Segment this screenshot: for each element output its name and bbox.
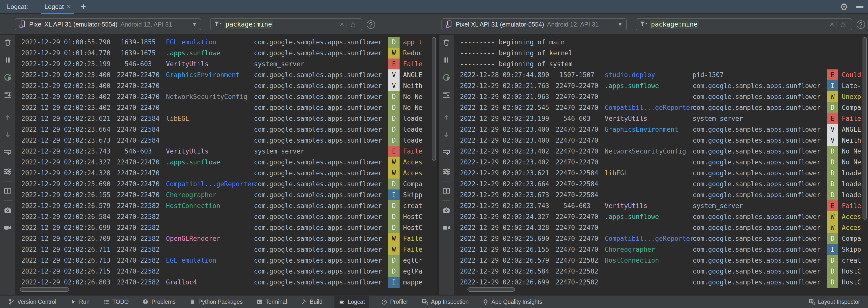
- log-row[interactable]: 2022-12-29 02:02:26.15522470-22470Choreo…: [16, 190, 437, 200]
- log-row[interactable]: 2022-12-29 02:02:23.40022470-22470Graphi…: [455, 124, 868, 135]
- log-row[interactable]: 2022-12-29 02:02:23.66422470-22584com.go…: [455, 178, 868, 190]
- statusbar-item-logcat[interactable]: Logcat: [334, 296, 369, 308]
- log-row[interactable]: 2022-12-29 01:00:55.7901639-1855EGL_emul…: [16, 37, 437, 48]
- log-view[interactable]: --------- beginning of main--------- beg…: [455, 35, 868, 295]
- log-row[interactable]: 2022-12-29 02:02:21.96322470-22470com.go…: [455, 91, 868, 102]
- log-row[interactable]: 2022-12-29 02:02:23.743546-603VerityUtil…: [16, 146, 437, 157]
- horizontal-scrollbar[interactable]: [20, 287, 69, 291]
- log-row[interactable]: 2022-12-29 02:02:23.40222470-22470com.go…: [16, 102, 437, 113]
- log-row[interactable]: 2022-12-29 02:02:23.62122470-22584libEGL…: [16, 113, 437, 124]
- scroll-to-end-icon[interactable]: [442, 90, 451, 99]
- tab-logcat[interactable]: Logcat ×: [41, 0, 74, 13]
- statusbar-item-app-quality-insights[interactable]: App Quality Insights: [480, 296, 544, 308]
- statusbar-item-terminal[interactable]: Terminal: [255, 296, 288, 308]
- add-tab-icon[interactable]: +: [81, 2, 86, 11]
- favorite-filter-icon[interactable]: ☆: [837, 20, 849, 29]
- statusbar-item-layout-inspector[interactable]: Layout Inspector: [807, 296, 862, 308]
- log-row[interactable]: 2022-12-29 02:02:23.40022470-22470com.go…: [16, 80, 437, 91]
- log-row[interactable]: 2022-12-29 02:02:26.71522470-22582com.go…: [16, 266, 437, 277]
- restart-logcat-icon[interactable]: [3, 73, 12, 82]
- log-row[interactable]: 2022-12-29 02:02:23.40222470-22470com.go…: [455, 157, 868, 168]
- log-row[interactable]: 2022-12-29 02:02:23.67322470-22584com.go…: [16, 135, 437, 146]
- statusbar-item-python-packages[interactable]: Python Packages: [188, 296, 244, 308]
- filter-input-2[interactable]: package:mine × ☆: [636, 18, 852, 30]
- previous-occurrence-icon[interactable]: [442, 113, 451, 122]
- clear-logcat-icon[interactable]: [3, 38, 12, 47]
- split-panels-icon[interactable]: [442, 187, 451, 195]
- log-row[interactable]: 2022-12-29 02:02:26.69922470-22582com.go…: [455, 277, 868, 288]
- filter-input[interactable]: package:mine × ☆: [210, 18, 362, 30]
- statusbar-item-version-control[interactable]: Version Control: [6, 296, 58, 308]
- configure-logcat-icon[interactable]: [3, 167, 12, 176]
- device-selector[interactable]: Pixel XL API 31 (emulator-5554) Android …: [15, 18, 201, 30]
- log-row[interactable]: 2022-12-29 02:02:24.32822470-22470com.go…: [16, 168, 437, 178]
- log-row[interactable]: 2022-12-29 02:02:26.58422470-22582com.go…: [455, 266, 868, 277]
- soft-wrap-icon[interactable]: [442, 148, 451, 157]
- log-row[interactable]: 2022-12-29 02:02:26.15522470-22470Choreo…: [455, 244, 868, 255]
- tab-close-icon[interactable]: ×: [67, 3, 71, 10]
- log-row[interactable]: 2022-12-29 02:02:23.40022470-22470Graphi…: [16, 69, 437, 80]
- pause-logcat-icon[interactable]: [3, 56, 12, 64]
- next-occurrence-icon[interactable]: [442, 131, 451, 139]
- log-row[interactable]: 2022-12-29 02:02:26.58422470-22582com.go…: [16, 211, 437, 222]
- log-row[interactable]: 2022-12-29 02:02:24.32822470-22470com.go…: [455, 222, 868, 233]
- previous-occurrence-icon[interactable]: [3, 113, 12, 122]
- device-selector-2[interactable]: Pixel XL API 31 (emulator-5554) Android …: [441, 18, 627, 30]
- next-occurrence-icon[interactable]: [3, 131, 12, 139]
- log-view[interactable]: 2022-12-29 01:00:55.7901639-1855EGL_emul…: [16, 35, 437, 295]
- scroll-to-end-icon[interactable]: [3, 90, 12, 99]
- gear-icon[interactable]: ⚙: [840, 1, 848, 12]
- log-row[interactable]: 2022-12-29 02:02:26.80322470-22582Grallo…: [16, 277, 437, 288]
- log-row[interactable]: 2022-12-29 02:02:22.54522470-22470Compat…: [455, 102, 868, 113]
- statusbar-item-build[interactable]: Build: [299, 296, 324, 308]
- log-row[interactable]: 2022-12-28 09:27:44.8901507-1507studio.d…: [455, 69, 868, 80]
- clear-logcat-icon[interactable]: [442, 38, 451, 47]
- vertical-scrollbar[interactable]: [863, 37, 867, 220]
- soft-wrap-icon[interactable]: [3, 148, 12, 157]
- log-row[interactable]: 2022-12-29 02:02:25.69022470-22470Compat…: [16, 178, 437, 190]
- statusbar-item-run[interactable]: Run: [68, 296, 91, 308]
- help-icon[interactable]: ?: [367, 20, 375, 29]
- log-row[interactable]: 2022-12-29 02:02:23.62122470-22584libEGL…: [455, 168, 868, 178]
- log-row[interactable]: 2022-12-29 02:02:23.66422470-22584com.go…: [16, 124, 437, 135]
- log-row[interactable]: 2022-12-29 02:02:23.199546-603VerityUtil…: [16, 58, 437, 69]
- statusbar-item-app-inspection[interactable]: App Inspection: [420, 296, 470, 308]
- clear-filter-icon[interactable]: ×: [827, 20, 837, 29]
- clear-filter-icon[interactable]: ×: [337, 20, 347, 29]
- log-row[interactable]: 2022-12-29 02:02:23.743546-603VerityUtil…: [455, 200, 868, 211]
- restart-logcat-icon[interactable]: [442, 73, 451, 82]
- log-row[interactable]: 2022-12-29 02:02:24.32722470-22470.apps.…: [455, 211, 868, 222]
- log-row[interactable]: 2022-12-29 01:01:04.7701639-1675.apps.su…: [16, 48, 437, 58]
- log-banner-row[interactable]: --------- beginning of kernel: [455, 48, 868, 58]
- log-row[interactable]: 2022-12-29 02:02:23.199546-603VerityUtil…: [455, 113, 868, 124]
- log-row[interactable]: 2022-12-29 02:02:23.40222470-22470Networ…: [455, 146, 868, 157]
- screen-record-icon[interactable]: [442, 223, 451, 232]
- help-icon[interactable]: ?: [857, 20, 865, 29]
- log-row[interactable]: 2022-12-29 02:02:26.69922470-22582com.go…: [16, 222, 437, 233]
- log-banner-row[interactable]: --------- beginning of main: [455, 37, 868, 48]
- screenshot-icon[interactable]: [3, 206, 12, 215]
- pause-logcat-icon[interactable]: [442, 56, 451, 64]
- log-banner-row[interactable]: --------- beginning of system: [455, 58, 868, 69]
- log-row[interactable]: 2022-12-29 02:02:26.71322470-22582EGL_em…: [16, 255, 437, 266]
- log-row[interactable]: 2022-12-29 02:02:23.67322470-22584com.go…: [455, 190, 868, 200]
- filter-funnel-icon[interactable]: [214, 21, 222, 28]
- log-row[interactable]: 2022-12-29 02:02:26.70922470-22582OpenGL…: [16, 233, 437, 244]
- statusbar-item-problems[interactable]: Problems: [141, 296, 177, 308]
- horizontal-scrollbar[interactable]: [467, 287, 515, 291]
- filter-funnel-icon[interactable]: [639, 21, 648, 28]
- screen-record-icon[interactable]: [3, 223, 12, 232]
- log-row[interactable]: 2022-12-29 02:02:26.71122470-22582com.go…: [16, 244, 437, 255]
- favorite-filter-icon[interactable]: ☆: [347, 20, 359, 29]
- vertical-scrollbar[interactable]: [432, 37, 436, 161]
- hide-tool-window-icon[interactable]: [856, 6, 864, 8]
- log-row[interactable]: 2022-12-29 02:02:26.57922470-22582HostCo…: [16, 200, 437, 211]
- configure-logcat-icon[interactable]: [442, 167, 451, 176]
- log-row[interactable]: 2022-12-29 02:02:26.57922470-22582HostCo…: [455, 255, 868, 266]
- log-row[interactable]: 2022-12-29 02:02:21.76322470-22470.apps.…: [455, 80, 868, 91]
- split-panels-icon[interactable]: [3, 187, 12, 195]
- statusbar-item-profiler[interactable]: Profiler: [379, 296, 410, 308]
- log-row[interactable]: 2022-12-29 02:02:23.40022470-22470com.go…: [455, 135, 868, 146]
- statusbar-item-todo[interactable]: TODO: [101, 296, 130, 308]
- screenshot-icon[interactable]: [442, 206, 451, 215]
